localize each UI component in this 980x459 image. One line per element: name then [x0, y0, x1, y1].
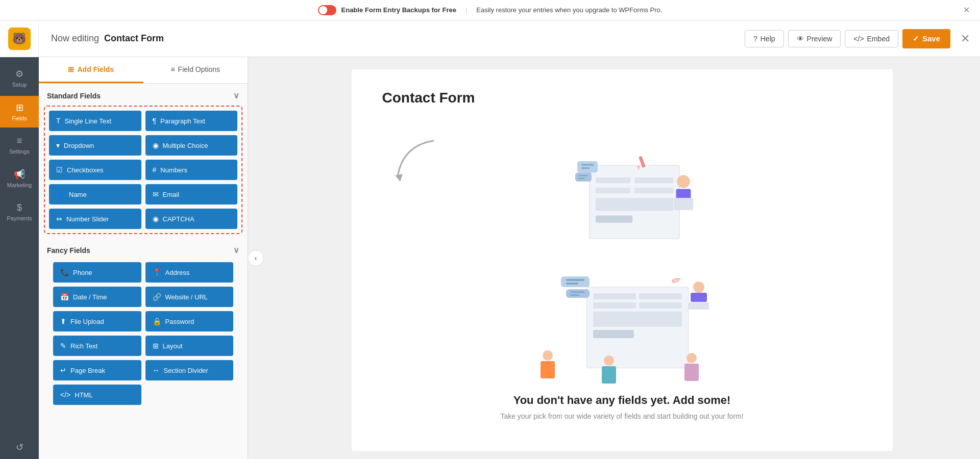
- number-slider-icon: ⇔: [56, 215, 62, 223]
- standard-fields-title: Standard Fields: [47, 92, 101, 100]
- sidebar-label-fields: Fields: [12, 115, 27, 121]
- wpforms-logo: 🐻: [8, 28, 31, 50]
- field-checkboxes[interactable]: ☑ Checkboxes: [49, 160, 141, 180]
- logo-area: 🐻: [0, 20, 39, 57]
- save-icon: ✓: [913, 34, 919, 43]
- layout-label: Layout: [163, 342, 183, 350]
- email-label: Email: [163, 191, 180, 198]
- add-fields-tab-label: Add Fields: [77, 65, 114, 73]
- tab-add-fields[interactable]: ⊞ Add Fields: [39, 57, 143, 83]
- field-section-divider[interactable]: ↔ Section Divider: [145, 360, 234, 380]
- field-numbers[interactable]: # Numbers: [145, 160, 238, 180]
- svg-point-16: [677, 175, 690, 188]
- close-banner-button[interactable]: ✕: [963, 5, 970, 15]
- number-slider-label: Number Slider: [66, 215, 109, 223]
- field-options-tab-label: Field Options: [178, 65, 220, 73]
- field-page-break[interactable]: ↵ Page Break: [53, 360, 141, 380]
- sidebar-label-marketing: Marketing: [7, 182, 32, 188]
- person3: [602, 355, 616, 384]
- sidebar-item-setup[interactable]: ⚙ Setup: [0, 62, 39, 94]
- sidebar-item-settings[interactable]: ≡ Settings: [0, 130, 39, 161]
- fields-panel: ⊞ Add Fields ≡ Field Options Standard Fi…: [39, 57, 248, 459]
- standard-fields-grid: T Single Line Text ¶ Paragraph Text ▾ Dr…: [49, 111, 237, 229]
- backup-toggle[interactable]: [318, 5, 336, 15]
- embed-button[interactable]: </> Embed: [845, 30, 898, 47]
- field-file-upload[interactable]: ⬆ File Upload: [53, 311, 141, 332]
- page-break-icon: ↵: [60, 366, 66, 374]
- preview-button[interactable]: 👁 Preview: [788, 30, 841, 47]
- sidebar-item-marketing[interactable]: 📢 Marketing: [0, 163, 39, 194]
- field-captcha[interactable]: ◉ CAPTCHA: [145, 209, 238, 229]
- website-url-label: Website / URL: [165, 293, 208, 301]
- email-icon: ✉: [153, 190, 159, 198]
- rich-text-label: Rich Text: [70, 342, 97, 350]
- field-name[interactable]: 👤 Name: [49, 184, 141, 205]
- svg-rect-9: [581, 164, 594, 166]
- sidebar-item-fields[interactable]: ⊞ Fields: [0, 96, 39, 128]
- icon-sidebar: ⚙ Setup ⊞ Fields ≡ Settings 📢 Marketing …: [0, 57, 39, 459]
- field-date-time[interactable]: 📅 Date / Time: [53, 287, 141, 307]
- history-icon: ↺: [16, 442, 23, 453]
- svg-rect-7: [596, 215, 632, 222]
- field-rich-text[interactable]: ✎ Rich Text: [53, 336, 141, 356]
- field-website-url[interactable]: 🔗 Website / URL: [145, 287, 234, 307]
- save-button[interactable]: ✓ Save: [902, 29, 950, 48]
- field-paragraph-text[interactable]: ¶ Paragraph Text: [145, 111, 238, 131]
- field-dropdown[interactable]: ▾ Dropdown: [49, 135, 141, 156]
- form-name-label: Contact Form: [104, 33, 164, 43]
- form-canvas: Contact Form: [352, 69, 893, 451]
- help-button[interactable]: ? Help: [745, 30, 784, 47]
- arrow-hint: [382, 131, 444, 194]
- page-break-label: Page Break: [70, 367, 105, 374]
- multiple-choice-icon: ◉: [153, 141, 159, 149]
- standard-fields-header[interactable]: Standard Fields ∨: [39, 84, 248, 106]
- empty-state: ✏: [382, 126, 862, 430]
- svg-rect-2: [596, 177, 630, 183]
- standard-fields-chevron: ∨: [233, 91, 239, 100]
- numbers-label: Numbers: [160, 166, 187, 174]
- field-number-slider[interactable]: ⇔ Number Slider: [49, 209, 141, 229]
- empty-state-heading: You don't have any fields yet. Add some!: [513, 394, 731, 407]
- phone-label: Phone: [73, 269, 92, 276]
- field-password[interactable]: 🔒 Password: [145, 311, 234, 332]
- svg-rect-11: [575, 172, 592, 182]
- field-phone[interactable]: 📞 Phone: [53, 262, 141, 283]
- layout-icon: ⊞: [153, 342, 159, 350]
- tab-field-options[interactable]: ≡ Field Options: [143, 57, 248, 83]
- panel-toggle-button[interactable]: ‹: [248, 250, 264, 266]
- close-editor-button[interactable]: ✕: [961, 32, 970, 45]
- field-email[interactable]: ✉ Email: [145, 184, 238, 205]
- sidebar-item-payments[interactable]: $ Payments: [0, 196, 39, 227]
- field-multiple-choice[interactable]: ◉ Multiple Choice: [145, 135, 238, 156]
- fancy-fields-title: Fancy Fields: [47, 246, 90, 254]
- help-icon: ?: [753, 35, 757, 43]
- file-upload-icon: ⬆: [60, 317, 66, 325]
- illustration-container: ✏: [535, 271, 709, 384]
- toggle-knob: [319, 6, 327, 14]
- person4: [684, 353, 699, 381]
- name-icon: 👤: [56, 190, 65, 198]
- svg-rect-12: [578, 175, 587, 176]
- password-label: Password: [165, 318, 194, 325]
- file-upload-label: File Upload: [70, 318, 104, 325]
- chat-bubbles: [561, 276, 590, 298]
- main-layout: ⚙ Setup ⊞ Fields ≡ Settings 📢 Marketing …: [0, 57, 980, 459]
- field-html[interactable]: </> HTML: [53, 385, 141, 405]
- field-single-line-text[interactable]: T Single Line Text: [49, 111, 141, 131]
- fancy-fields-header[interactable]: Fancy Fields ∨: [39, 238, 248, 260]
- website-url-icon: 🔗: [153, 293, 161, 301]
- person1: [689, 282, 709, 310]
- fancy-fields-grid: 📞 Phone 📍 Address 📅 Date / Time 🔗 Websit…: [46, 260, 240, 412]
- marketing-icon: 📢: [14, 169, 25, 180]
- field-address[interactable]: 📍 Address: [145, 262, 234, 283]
- html-icon: </>: [60, 391, 70, 399]
- settings-icon: ≡: [17, 136, 22, 146]
- add-fields-tab-icon: ⊞: [68, 65, 74, 73]
- embed-icon: </>: [853, 35, 864, 43]
- person2: [541, 350, 555, 378]
- sidebar-item-history[interactable]: ↺: [0, 436, 39, 459]
- field-layout[interactable]: ⊞ Layout: [145, 336, 234, 356]
- section-divider-label: Section Divider: [164, 367, 208, 374]
- captcha-icon: ◉: [153, 215, 159, 223]
- date-time-icon: 📅: [60, 293, 69, 301]
